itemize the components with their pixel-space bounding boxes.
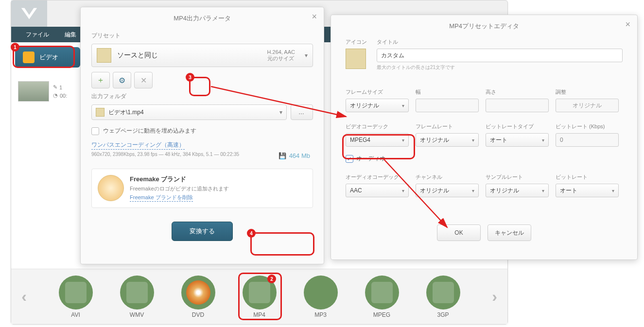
dialog2-title: MP4プリセットエディタ ×	[331, 15, 637, 35]
title-label: タイトル	[377, 38, 623, 46]
chevron-down-icon: ▾	[305, 52, 308, 59]
format-3gp[interactable]: 3GP	[426, 275, 460, 318]
edit-preset-button[interactable]: ⚙	[113, 72, 131, 88]
width-input[interactable]	[416, 99, 479, 112]
ok-button[interactable]: OK	[437, 224, 481, 241]
clip-thumbnail	[18, 81, 49, 102]
disk-icon: 💾	[278, 152, 286, 159]
film-icon	[97, 48, 111, 63]
next-format-button[interactable]: ›	[487, 287, 502, 307]
remove-brand-link[interactable]: Freemake ブランドを削除	[130, 194, 193, 202]
prev-format-button[interactable]: ‹	[17, 287, 32, 307]
brand-icon	[98, 175, 124, 201]
annotation-badge-3: 3	[186, 73, 194, 82]
bitrate-input[interactable]	[556, 133, 619, 147]
adjust-value: オリジナル	[556, 99, 619, 112]
annotation-badge-2: 2	[267, 275, 276, 283]
preset-editor-dialog: MP4プリセットエディタ × アイコン タイトル 最大のタイトルの長さは21文字…	[331, 15, 638, 260]
samplerate-select[interactable]: オリジナル	[486, 184, 549, 197]
audio-checkbox[interactable]: ✓	[346, 155, 353, 163]
framerate-select[interactable]: オリジナル	[416, 133, 479, 147]
icon-label: アイコン	[346, 38, 367, 46]
chevron-down-icon: ▾	[279, 109, 282, 116]
app-logo	[11, 0, 47, 27]
encoding-mode-link[interactable]: ワンパスエンコーディング（高速）	[91, 141, 185, 150]
format-mp3[interactable]: MP3	[304, 275, 338, 318]
preset-name: ソースと同じ	[117, 51, 267, 60]
video-codec-select[interactable]: MPEG4	[346, 133, 409, 147]
preset-codec: H.264, AAC	[267, 49, 295, 55]
dialog1-close-button[interactable]: ×	[312, 12, 317, 21]
clip-count: 1	[59, 85, 62, 90]
convert-button[interactable]: 変換する	[172, 222, 233, 241]
pencil-icon: ✎	[53, 84, 57, 90]
brand-box: Freemake ブランド Freemakeのロゴがビデオに追加されます Fre…	[91, 169, 313, 208]
embed-checkbox[interactable]	[91, 127, 99, 135]
film-icon	[96, 108, 104, 117]
annotation-badge-1: 1	[11, 43, 19, 52]
audio-codec-select[interactable]: AAC	[346, 184, 409, 197]
video-button-label: ビデオ	[39, 53, 58, 62]
audio-label: オーディオ	[356, 155, 385, 163]
add-preset-button[interactable]: ＋	[91, 72, 110, 88]
preset-dropdown[interactable]: ソースと同じ H.264, AAC 元のサイズ ▾	[91, 44, 313, 67]
size-estimate: 💾 464 Mb	[278, 152, 310, 159]
dialog2-close-button[interactable]: ×	[625, 20, 630, 29]
annotation-badge-4: 4	[247, 229, 256, 238]
format-avi[interactable]: AVI	[59, 275, 93, 318]
preset-icon-button[interactable]	[346, 49, 366, 69]
preset-size: 元のサイズ	[267, 55, 295, 62]
channels-select[interactable]: オリジナル	[416, 184, 479, 197]
output-folder-label: 出力フォルダ	[91, 92, 324, 101]
brand-subtitle: Freemakeのロゴがビデオに追加されます	[130, 185, 229, 192]
delete-preset-button[interactable]: ✕	[134, 72, 153, 88]
bitrate-type-select[interactable]: オート	[486, 133, 549, 147]
menu-file[interactable]: ファイル	[26, 31, 49, 39]
output-path-dropdown[interactable]: ビデオ\1.mp4 ▾	[91, 104, 287, 120]
embed-label: ウェブページに動画を埋め込みます	[103, 127, 196, 135]
format-wmv[interactable]: WMV	[120, 275, 154, 318]
height-input[interactable]	[486, 99, 549, 112]
cancel-button[interactable]: キャンセル	[487, 224, 531, 241]
frame-size-select[interactable]: オリジナル	[346, 99, 409, 112]
output-params-dialog: MP4出力パラメータ × プリセット ソースと同じ H.264, AAC 元のサ…	[80, 7, 324, 264]
format-mpeg[interactable]: MPEG	[365, 275, 399, 318]
clock-icon: ◔	[53, 92, 58, 99]
add-video-button[interactable]: ビデオ	[15, 47, 80, 68]
menu-edit[interactable]: 編集	[65, 31, 76, 39]
dialog1-title: MP4出力パラメータ ×	[81, 7, 324, 28]
audio-bitrate-select[interactable]: オート	[556, 184, 619, 197]
format-items: AVI WMV DVD MP4 MP3 MPEG 3GP	[59, 275, 460, 318]
clip-meta: ✎1 ◔00:	[53, 84, 67, 99]
format-dvd[interactable]: DVD	[181, 275, 215, 318]
browse-button[interactable]: …	[291, 104, 313, 120]
title-hint: 最大のタイトルの長さは21文字です	[377, 64, 623, 71]
title-input[interactable]	[377, 49, 623, 62]
preset-label: プリセット	[91, 32, 324, 40]
clip-time: 00:	[60, 93, 67, 99]
output-path-text: ビデオ\1.mp4	[108, 108, 279, 117]
brand-title: Freemake ブランド	[130, 175, 229, 184]
format-bar: ‹ AVI WMV DVD MP4 MP3 MPEG 3GP ›	[11, 269, 507, 324]
